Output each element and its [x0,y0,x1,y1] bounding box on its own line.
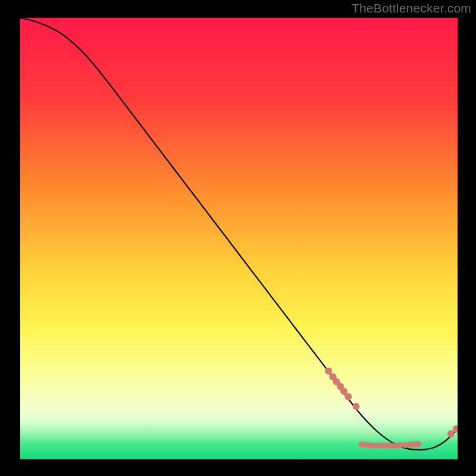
watermark-text: TheBottlenecker.com [352,1,471,15]
data-point [345,393,352,400]
data-point [325,368,332,375]
data-point [447,430,455,437]
chart-frame: TheBottlenecker.com [0,0,476,476]
data-point [415,441,421,447]
gradient-background [20,18,458,459]
plot-area [20,18,458,459]
chart-svg [20,18,458,459]
data-point [352,403,359,410]
